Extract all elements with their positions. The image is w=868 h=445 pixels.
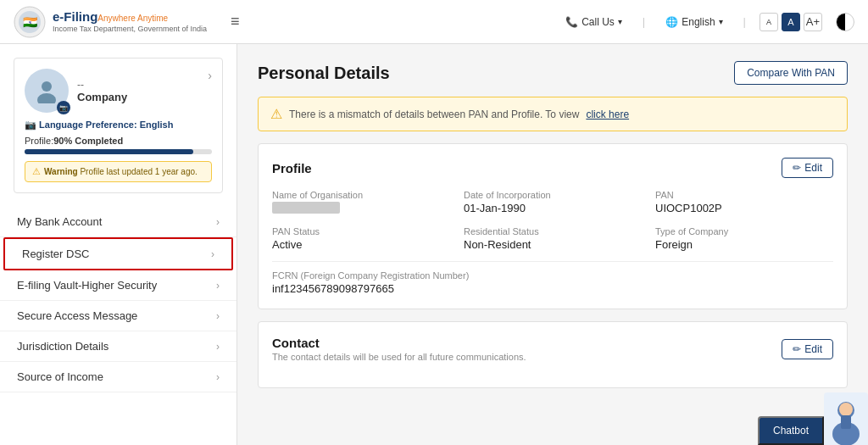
call-us-button[interactable]: 📞 Call Us ▾: [559, 13, 629, 31]
secure-access-chevron-icon: ›: [216, 310, 220, 322]
profile-top: 📷 -- Company ›: [25, 69, 212, 113]
company-type-value: Foreign: [655, 238, 833, 251]
header-right: 📞 Call Us ▾ | 🌐 English ▾ | A A A+: [559, 13, 854, 31]
avatar: 📷: [25, 69, 69, 113]
separator-1: |: [643, 15, 645, 28]
alert-banner: ⚠ There is a mismatch of details between…: [258, 97, 848, 131]
svg-point-3: [42, 81, 52, 92]
logo-text: e-FilingAnywhere Anytime Income Tax Depa…: [53, 9, 207, 34]
progress-label: Profile:90% Completed: [25, 136, 212, 146]
contact-card-header: Contact The contact details will be used…: [272, 336, 833, 362]
sidebar-item-bank-account[interactable]: My Bank Account ›: [0, 207, 236, 237]
contact-edit-button[interactable]: ✏ Edit: [782, 339, 833, 359]
separator-2: |: [743, 15, 746, 28]
jurisdiction-label: Jurisdiction Details: [17, 340, 108, 353]
warning-text: Warning Profile last updated 1 year ago.: [44, 167, 198, 176]
field-company-type: Type of Company Foreign: [655, 226, 833, 251]
profile-company: Company: [77, 91, 127, 103]
profile-info: -- Company: [77, 79, 127, 103]
sidebar-item-source-income[interactable]: Source of Income ›: [0, 362, 236, 392]
residential-value: Non-Resident: [464, 238, 642, 251]
language-button[interactable]: 🌐 English ▾: [659, 13, 729, 31]
source-income-label: Source of Income: [17, 370, 103, 383]
dob-value: 01-Jan-1990: [464, 202, 642, 214]
jurisdiction-chevron-icon: ›: [216, 341, 220, 353]
pan-status-label: PAN Status: [272, 226, 450, 236]
warning-icon: ⚠: [32, 166, 41, 177]
phone-icon: 📞: [565, 16, 578, 28]
camera-icon[interactable]: 📷: [57, 101, 70, 114]
contact-desc: The contact details will be used for all…: [272, 352, 526, 362]
profile-dash: --: [77, 79, 127, 91]
compare-with-pan-button[interactable]: Compare With PAN: [734, 61, 848, 85]
fcrn-label: FCRN (Foreign Company Registration Numbe…: [272, 270, 833, 281]
chatbot-area: Chatbot: [758, 392, 868, 445]
contact-section-title: Contact: [272, 336, 320, 350]
contact-info: Contact The contact details will be used…: [272, 336, 526, 362]
pencil-icon: ✏: [793, 162, 801, 174]
sidebar-item-secure-access[interactable]: Secure Access Message ›: [0, 301, 236, 331]
source-income-chevron-icon: ›: [216, 371, 220, 383]
sidebar: 📷 -- Company › 📷 Language Preference: En…: [0, 44, 237, 445]
fcrn-value: inf123456789098797665: [272, 282, 833, 295]
residential-label: Residential Status: [464, 226, 642, 236]
field-org-name: Name of Organisation: [272, 190, 450, 216]
svg-rect-8: [841, 415, 851, 429]
svg-point-7: [839, 403, 853, 416]
header-left: 🇮🇳 e-FilingAnywhere Anytime Income Tax D…: [14, 6, 239, 38]
profile-card-header: Profile ✏ Edit: [272, 158, 833, 178]
chatbot-button[interactable]: Chatbot: [758, 416, 824, 445]
profile-chevron-icon[interactable]: ›: [208, 69, 212, 82]
pan-label: PAN: [655, 190, 833, 200]
logo-efiling: e-FilingAnywhere Anytime: [53, 9, 207, 25]
bank-account-label: My Bank Account: [17, 215, 102, 228]
lang-chevron-icon: ▾: [719, 17, 723, 26]
person-icon: [34, 78, 59, 103]
globe-icon: 🌐: [665, 16, 678, 28]
sidebar-item-register-dsc[interactable]: Register DSC ›: [3, 237, 233, 270]
org-name-value: [272, 202, 340, 214]
sidebar-item-jurisdiction[interactable]: Jurisdiction Details ›: [0, 331, 236, 362]
font-large-button[interactable]: A+: [804, 13, 822, 31]
main-layout: 📷 -- Company › 📷 Language Preference: En…: [0, 44, 868, 445]
contrast-button[interactable]: [836, 13, 854, 31]
bank-account-chevron-icon: ›: [216, 216, 220, 228]
profile-grid: Name of Organisation Date of Incorporati…: [272, 190, 833, 251]
pan-value: UIOCP1002P: [655, 202, 833, 214]
header: 🇮🇳 e-FilingAnywhere Anytime Income Tax D…: [0, 0, 868, 44]
org-name-label: Name of Organisation: [272, 190, 450, 200]
field-residential: Residential Status Non-Resident: [464, 226, 642, 251]
efiling-vault-label: E-filing Vault-Higher Security: [17, 279, 157, 292]
progress-bar-fill: [25, 149, 193, 154]
emblem-icon: 🇮🇳: [14, 6, 46, 38]
pan-status-value: Active: [272, 238, 450, 251]
sidebar-item-efiling-vault[interactable]: E-filing Vault-Higher Security ›: [0, 270, 236, 301]
logo: 🇮🇳 e-FilingAnywhere Anytime Income Tax D…: [14, 6, 207, 38]
progress-bar-background: [25, 149, 212, 154]
profile-card-main: Profile ✏ Edit Name of Organisation Date…: [258, 143, 848, 309]
page-title: Personal Details: [258, 64, 390, 83]
alert-icon: ⚠: [270, 106, 282, 122]
chatbot-avatar: [824, 392, 868, 445]
hamburger-menu[interactable]: ≡: [231, 13, 240, 31]
register-dsc-label: Register DSC: [22, 248, 89, 260]
contact-card: Contact The contact details will be used…: [258, 321, 848, 388]
company-type-label: Type of Company: [655, 226, 833, 236]
click-here-link[interactable]: click here: [586, 108, 629, 120]
svg-point-4: [37, 93, 56, 103]
register-dsc-chevron-icon: ›: [211, 248, 214, 260]
font-medium-button[interactable]: A: [782, 13, 800, 31]
alert-text: There is a mismatch of details between P…: [289, 108, 579, 120]
svg-text:🇮🇳: 🇮🇳: [23, 15, 38, 30]
field-dob: Date of Incorporation 01-Jan-1990: [464, 190, 642, 216]
language-preference: 📷 Language Preference: English: [25, 120, 212, 131]
call-chevron-icon: ▾: [618, 17, 622, 26]
efiling-vault-chevron-icon: ›: [216, 280, 220, 292]
pencil-icon-2: ✏: [793, 343, 801, 355]
warning-banner: ⚠ Warning Profile last updated 1 year ag…: [25, 161, 212, 182]
font-controls: A A A+: [760, 13, 822, 31]
field-pan: PAN UIOCP1002P: [655, 190, 833, 216]
profile-card: 📷 -- Company › 📷 Language Preference: En…: [14, 58, 223, 193]
profile-edit-button[interactable]: ✏ Edit: [782, 158, 833, 178]
font-small-button[interactable]: A: [760, 13, 778, 31]
